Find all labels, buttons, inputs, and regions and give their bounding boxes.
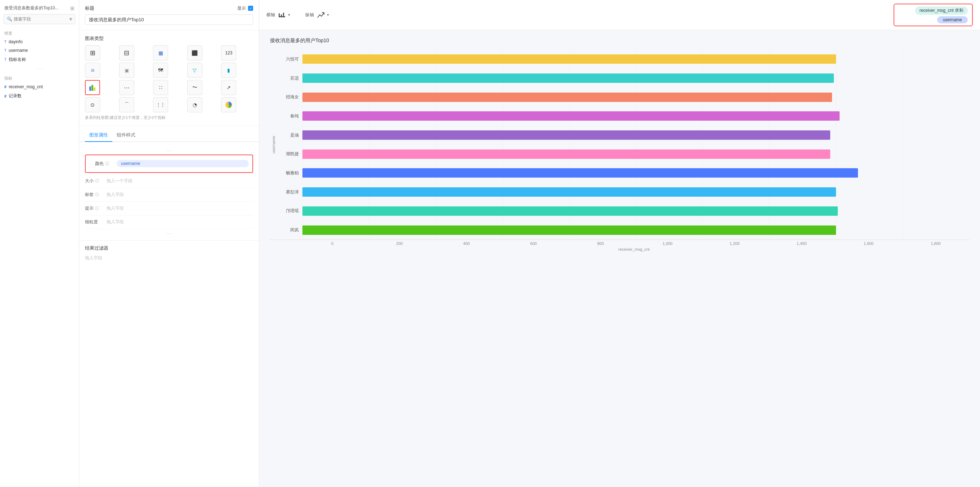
chart-type-dots[interactable]: ⋮⋮ bbox=[153, 97, 168, 112]
field-dayinfo-label: dayinfo bbox=[9, 39, 23, 44]
horizontal-axis-dropdown[interactable]: ▼ bbox=[278, 11, 291, 19]
bar bbox=[302, 187, 836, 197]
y-axis-label: username bbox=[270, 50, 277, 240]
chart-type-crosstab[interactable]: ⊟ bbox=[119, 45, 134, 61]
x-tick: 800 bbox=[567, 241, 634, 246]
chart-type-hint: 多系列柱形图:建议至少1个维度，至少2个指标 bbox=[85, 115, 253, 121]
field-username[interactable]: T username bbox=[0, 46, 79, 55]
chart-area: username 六悦可宾适招海女春纯是涵潮凯捷畅雅柏赛彭泽邝理瑶闵岚 0200… bbox=[270, 50, 969, 251]
tag-info-icon: ⓘ bbox=[95, 192, 99, 197]
chart-type-line-scatter[interactable]: ⋯ bbox=[119, 80, 134, 95]
x-tick: 1,000 bbox=[634, 241, 701, 246]
y-label-item: 招海女 bbox=[277, 94, 299, 100]
field-metric-name[interactable]: T 指标名称 bbox=[0, 55, 79, 64]
dimension-badge-row: username bbox=[899, 16, 968, 23]
chart-title-input[interactable] bbox=[85, 14, 253, 25]
dim-type-icon: T bbox=[4, 40, 6, 44]
panel-title: 接受消息条数最多的Top10... bbox=[4, 5, 69, 11]
chart-type-multi-bar[interactable] bbox=[85, 80, 100, 95]
chart-type-label: 图表类型 bbox=[85, 35, 253, 42]
x-tick: 1,400 bbox=[768, 241, 835, 246]
tooltip-property-row: 提示 ⓘ 拖入字段 bbox=[85, 202, 253, 216]
chart-inner: username 六悦可宾适招海女春纯是涵潮凯捷畅雅柏赛彭泽邝理瑶闵岚 bbox=[270, 50, 969, 240]
chart-type-number[interactable]: 123 bbox=[221, 45, 236, 61]
left-panel: 接受消息条数最多的Top10... ⊞ 🔍 + 维度 T dayinfo T u… bbox=[0, 0, 79, 487]
copy-icon[interactable]: ⊞ bbox=[70, 5, 75, 11]
chart-type-treemap[interactable]: ⬛ bbox=[187, 45, 202, 61]
tag-label: 标签 ⓘ bbox=[85, 192, 107, 198]
search-input[interactable] bbox=[14, 17, 68, 22]
x-tick: 1,200 bbox=[701, 241, 768, 246]
color-property-row: ··· 颜色 ⓘ username bbox=[85, 155, 253, 173]
chart-type-map[interactable]: 🗺 bbox=[153, 63, 168, 78]
chart-type-pie[interactable] bbox=[221, 97, 236, 112]
title-config-section: 标题 显示 ✓ bbox=[79, 0, 259, 30]
x-axis: 02004006008001,0001,2001,4001,6001,800 bbox=[270, 240, 969, 246]
bar-row bbox=[302, 72, 969, 85]
horizontal-axis-caret: ▼ bbox=[287, 13, 291, 17]
x-axis-label: receiver_msg_cnt bbox=[270, 247, 969, 251]
divider-dots-2: ...... bbox=[85, 146, 253, 153]
x-tick: 1,800 bbox=[902, 241, 969, 246]
tab-component-style[interactable]: 组件样式 bbox=[112, 129, 140, 142]
chart-type-progress[interactable]: ▣ bbox=[119, 63, 134, 78]
dimensions-label: 维度 bbox=[0, 29, 79, 37]
search-icon: 🔍 bbox=[7, 17, 12, 22]
metric-receiver-msg-cnt[interactable]: # receiver_msg_cnt bbox=[0, 83, 79, 91]
metric-record-count[interactable]: # 记录数 bbox=[0, 91, 79, 101]
bar bbox=[302, 111, 840, 121]
chart-type-geo[interactable]: ⊙ bbox=[85, 97, 100, 112]
show-checkbox[interactable]: ✓ bbox=[248, 6, 253, 11]
metric-icon-2: # bbox=[4, 94, 6, 98]
vertical-axis-dropdown[interactable]: ▼ bbox=[317, 11, 330, 19]
chart-type-line[interactable]: ↗ bbox=[221, 80, 236, 95]
chart-type-area[interactable]: ⌒ bbox=[119, 97, 134, 112]
show-label: 显示 bbox=[237, 5, 246, 11]
y-label-item: 潮凯捷 bbox=[277, 151, 299, 157]
vertical-axis-row: 纵轴 ▼ bbox=[305, 11, 330, 19]
svg-rect-4 bbox=[278, 16, 285, 17]
field-metric-name-label: 指标名称 bbox=[9, 57, 26, 63]
chart-type-table[interactable]: ⊞ bbox=[85, 45, 100, 61]
svg-rect-5 bbox=[278, 13, 280, 16]
dimension-badge: username bbox=[937, 16, 968, 23]
granularity-property-row: 细粒度 拖入字段 bbox=[85, 216, 253, 229]
chart-type-wave[interactable]: 〜 bbox=[187, 80, 202, 95]
y-label-item: 宾适 bbox=[277, 75, 299, 81]
size-label: 大小 ⓘ bbox=[85, 178, 107, 184]
y-label-item: 春纯 bbox=[277, 113, 299, 119]
search-bar[interactable]: 🔍 + bbox=[3, 14, 75, 24]
metric-record-label: 记录数 bbox=[9, 93, 22, 99]
bar bbox=[302, 73, 834, 83]
dim-type-icon-2: T bbox=[4, 49, 6, 53]
y-label-item: 邝理瑶 bbox=[277, 208, 299, 214]
bar-row bbox=[302, 166, 969, 179]
granularity-label: 细粒度 bbox=[85, 219, 107, 225]
bar-row bbox=[302, 185, 969, 198]
chart-type-heatmap[interactable]: ▦ bbox=[153, 45, 168, 61]
bar-row bbox=[302, 53, 969, 65]
color-value[interactable]: username bbox=[117, 160, 249, 167]
metrics-label: 指标 bbox=[0, 74, 79, 83]
axis-config-bar: 横轴 ▼ 纵轴 ▼ bbox=[259, 0, 980, 30]
bar-row bbox=[302, 148, 969, 161]
bar-row bbox=[302, 224, 969, 237]
bar bbox=[302, 54, 836, 64]
field-dayinfo[interactable]: T dayinfo bbox=[0, 37, 79, 46]
title-config-row: 标题 显示 ✓ bbox=[85, 5, 253, 11]
drag-handle[interactable]: ··· bbox=[89, 158, 93, 169]
field-badge-area: receiver_msg_cnt 求和 username bbox=[894, 3, 973, 26]
chart-type-funnel[interactable]: ▽ bbox=[187, 63, 202, 78]
metric-receiver-label: receiver_msg_cnt bbox=[9, 84, 43, 89]
chart-type-grid: ⊞ ⊟ ▦ ⬛ 123 ⊟ ▣ 🗺 ▽ ▮ ⋯ ∷ 〜 ↗ bbox=[85, 45, 253, 112]
chart-type-section: 图表类型 ⊞ ⊟ ▦ ⬛ 123 ⊟ ▣ 🗺 ▽ ▮ ⋯ ∷ bbox=[79, 30, 259, 126]
color-label: 颜色 ⓘ bbox=[95, 161, 117, 167]
chart-type-card[interactable]: ⊟ bbox=[85, 63, 100, 78]
tab-graph-properties[interactable]: 图形属性 bbox=[85, 129, 112, 142]
chart-type-ring[interactable]: ◔ bbox=[187, 97, 202, 112]
chart-type-scatter[interactable]: ∷ bbox=[153, 80, 168, 95]
vertical-axis-icon bbox=[317, 11, 325, 19]
metric-badge: receiver_msg_cnt 求和 bbox=[915, 6, 968, 15]
add-field-icon[interactable]: + bbox=[69, 16, 72, 22]
chart-type-bar[interactable]: ▮ bbox=[221, 63, 236, 78]
